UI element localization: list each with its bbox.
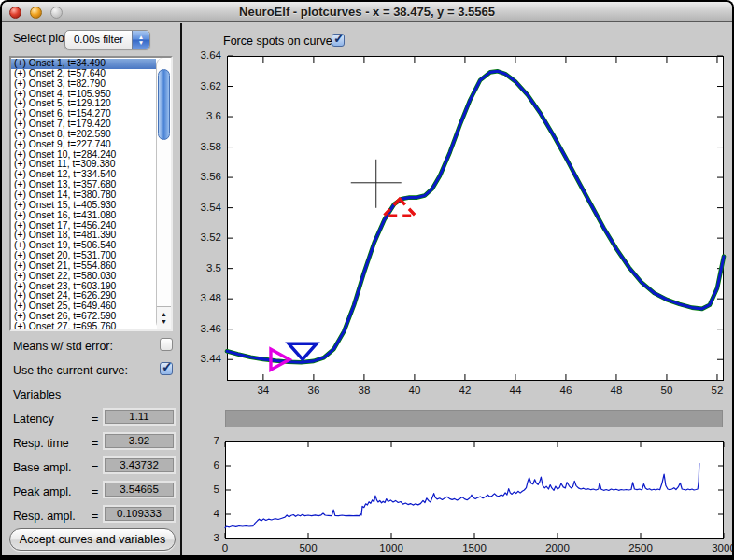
- y-tick-label: 7: [184, 435, 219, 446]
- y-tick-label: 3.62: [186, 80, 221, 91]
- title-bar[interactable]: NeuroElf - plotcurves - x = 38.475, y = …: [2, 2, 732, 22]
- x-tick-label: 46: [543, 385, 589, 396]
- zoom-button: [50, 7, 63, 19]
- y-tick-label: 6: [184, 459, 219, 470]
- list-item-onset[interactable]: (+) Onset 27, t=695.760: [11, 322, 156, 329]
- app-window: NeuroElf - plotcurves - x = 38.475, y = …: [0, 0, 734, 560]
- latency-field[interactable]: 1.11: [103, 408, 176, 426]
- resp-ampl-label: Resp. ampl.: [13, 510, 76, 523]
- plot-panel: Force spots on curve: ✓ 3436384042444648…: [182, 23, 732, 555]
- y-tick-label: 3.52: [186, 231, 221, 243]
- base-ampl-label: Base ampl.: [13, 461, 72, 474]
- scrollbar-arrows: ▲ ▼: [157, 306, 171, 329]
- resp-time-label: Resp. time: [13, 437, 69, 450]
- x-tick-label: 40: [391, 385, 438, 396]
- y-tick-label: 5: [184, 483, 219, 495]
- onset-listbox[interactable]: (+) Onset 1, t=34.490(+) Onset 2, t=57.6…: [9, 56, 173, 331]
- means-std-label: Means w/ std error:: [13, 340, 113, 353]
- minimize-button[interactable]: [30, 7, 42, 19]
- window-controls: [9, 7, 63, 19]
- control-panel: Select plot: 0.00s filter ▲ ▼ (+) Onset …: [2, 23, 180, 555]
- x-tick-label: 42: [442, 385, 488, 396]
- figure-background: NeuroElf - plotcurves - x = 38.475, y = …: [2, 2, 732, 555]
- x-tick-label: 48: [593, 385, 640, 396]
- y-tick-label: 3: [184, 532, 219, 543]
- x-tick-label: 500: [285, 542, 332, 553]
- y-tick-label: 3.56: [186, 171, 221, 182]
- y-tick-label: 3.44: [186, 353, 221, 364]
- y-tick-label: 3.48: [186, 292, 221, 303]
- list-item-onset[interactable]: (+) Onset 9, t=227.740: [11, 140, 156, 150]
- x-tick-label: 1000: [368, 542, 415, 553]
- scroll-up-button[interactable]: ▲: [161, 311, 167, 317]
- x-tick-label: 44: [492, 385, 539, 396]
- x-tick-label: 50: [643, 385, 690, 396]
- resp-time-field[interactable]: 3.92: [103, 432, 176, 450]
- x-tick-label: 36: [290, 385, 337, 396]
- x-tick-label: 52: [694, 385, 732, 396]
- select-plot-label: Select plot:: [13, 32, 71, 45]
- use-current-curve-label: Use the current curve:: [13, 364, 128, 377]
- plot-type-dropdown[interactable]: 0.00s filter ▲ ▼: [64, 30, 150, 49]
- variables-heading: Variables: [13, 388, 61, 401]
- position-slider[interactable]: [225, 410, 723, 427]
- checkmark-icon: ✓: [333, 31, 345, 46]
- y-tick-label: 3.64: [186, 49, 221, 61]
- list-item-onset[interactable]: (+) Onset 16, t=431.080: [11, 211, 156, 221]
- x-tick-label: 0: [202, 542, 248, 553]
- y-tick-label: 3.58: [186, 141, 221, 152]
- equals-sign: =: [92, 461, 98, 474]
- list-item-onset[interactable]: (+) Onset 3, t=82.790: [11, 79, 156, 90]
- use-current-curve-checkbox[interactable]: ✓: [160, 362, 173, 375]
- force-spots-checkbox[interactable]: ✓: [332, 34, 345, 47]
- equals-sign: =: [92, 437, 98, 450]
- scrollbar-thumb[interactable]: [158, 69, 170, 140]
- x-tick-label: 2000: [534, 542, 581, 553]
- x-tick-label: 1500: [451, 542, 498, 553]
- x-tick-label: 34: [240, 385, 287, 396]
- checkmark-icon: ✓: [162, 359, 173, 374]
- force-spots-label: Force spots on curve:: [223, 35, 335, 48]
- y-tick-label: 4: [184, 508, 219, 519]
- close-button[interactable]: [9, 7, 21, 19]
- stepper-down-icon: ▼: [138, 40, 144, 46]
- x-tick-label: 3000: [700, 542, 732, 553]
- equals-sign: =: [92, 485, 98, 498]
- accept-curves-button[interactable]: Accept curves and variables: [9, 528, 176, 551]
- y-tick-label: 3.5: [186, 262, 221, 273]
- dropdown-value: 0.00s filter: [65, 31, 132, 49]
- y-tick-label: 3.46: [186, 323, 221, 334]
- resp-ampl-field[interactable]: 0.109333: [103, 505, 176, 523]
- equals-sign: =: [92, 510, 98, 523]
- listbox-scrollbar[interactable]: ▲ ▼: [156, 58, 171, 329]
- timecourse-plot[interactable]: 05001000150020002500300034567: [225, 441, 724, 539]
- base-ampl-field[interactable]: 3.43732: [103, 456, 176, 474]
- peak-ampl-field[interactable]: 3.54665: [103, 481, 176, 498]
- equals-sign: =: [92, 413, 98, 426]
- x-tick-label: 2500: [617, 542, 664, 553]
- latency-label: Latency: [13, 413, 54, 426]
- dropdown-stepper[interactable]: ▲ ▼: [132, 31, 149, 49]
- peak-ampl-label: Peak ampl.: [13, 485, 72, 498]
- curve-plot[interactable]: 343638404244464850523.443.463.483.53.523…: [227, 56, 724, 381]
- y-tick-label: 3.54: [186, 202, 221, 213]
- x-tick-label: 38: [341, 385, 388, 396]
- scroll-down-button[interactable]: ▼: [161, 318, 167, 325]
- onset-list-items: (+) Onset 1, t=34.490(+) Onset 2, t=57.6…: [11, 58, 156, 329]
- window-title: NeuroElf - plotcurves - x = 38.475, y = …: [2, 5, 732, 19]
- y-tick-label: 3.6: [186, 110, 221, 121]
- list-item-onset[interactable]: (+) Onset 22, t=580.030: [11, 272, 156, 282]
- means-std-checkbox[interactable]: ✓: [160, 338, 173, 351]
